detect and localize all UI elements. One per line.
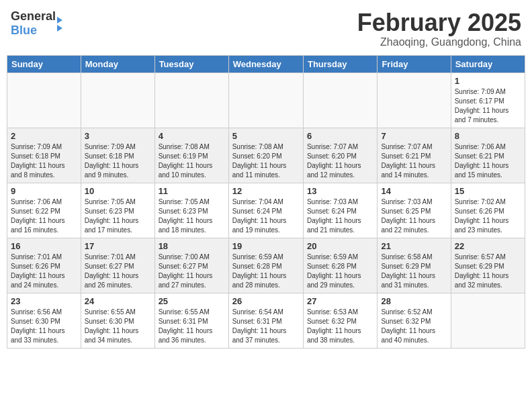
month-title: February 2025 (357, 9, 521, 36)
day-number: 17 (85, 241, 151, 251)
day-info: Sunrise: 7:00 AM Sunset: 6:27 PM Dayligh… (159, 253, 225, 290)
day-number: 11 (159, 186, 225, 196)
calendar-cell: 20Sunrise: 6:59 AM Sunset: 6:28 PM Dayli… (303, 238, 377, 293)
week-row-1: 1Sunrise: 7:09 AM Sunset: 6:17 PM Daylig… (7, 73, 525, 128)
calendar-cell: 24Sunrise: 6:55 AM Sunset: 6:30 PM Dayli… (81, 293, 154, 348)
day-number: 19 (232, 241, 300, 251)
day-info: Sunrise: 7:04 AM Sunset: 6:24 PM Dayligh… (232, 197, 300, 235)
day-number: 14 (381, 186, 447, 196)
day-info: Sunrise: 7:06 AM Sunset: 6:21 PM Dayligh… (455, 142, 521, 180)
day-number: 26 (232, 296, 300, 306)
calendar-cell: 13Sunrise: 7:03 AM Sunset: 6:24 PM Dayli… (303, 183, 377, 238)
day-info: Sunrise: 6:58 AM Sunset: 6:29 PM Dayligh… (381, 253, 447, 290)
day-number: 5 (232, 131, 300, 141)
day-info: Sunrise: 7:03 AM Sunset: 6:24 PM Dayligh… (307, 197, 373, 235)
calendar-cell: 28Sunrise: 6:52 AM Sunset: 6:32 PM Dayli… (378, 293, 451, 348)
day-info: Sunrise: 7:07 AM Sunset: 6:20 PM Dayligh… (307, 142, 373, 180)
day-number: 27 (307, 296, 373, 306)
day-number: 23 (11, 296, 77, 306)
day-info: Sunrise: 6:56 AM Sunset: 6:30 PM Dayligh… (11, 308, 77, 345)
calendar-cell: 18Sunrise: 7:00 AM Sunset: 6:27 PM Dayli… (154, 238, 228, 293)
calendar-cell: 8Sunrise: 7:06 AM Sunset: 6:21 PM Daylig… (451, 128, 525, 183)
day-info: Sunrise: 7:07 AM Sunset: 6:21 PM Dayligh… (381, 142, 447, 180)
calendar-cell (81, 73, 154, 128)
day-number: 2 (11, 131, 77, 141)
calendar-cell: 2Sunrise: 7:09 AM Sunset: 6:18 PM Daylig… (7, 128, 81, 183)
calendar-cell: 5Sunrise: 7:08 AM Sunset: 6:20 PM Daylig… (228, 128, 303, 183)
day-info: Sunrise: 7:09 AM Sunset: 6:18 PM Dayligh… (11, 142, 77, 180)
calendar-cell: 1Sunrise: 7:09 AM Sunset: 6:17 PM Daylig… (451, 73, 525, 128)
week-row-5: 23Sunrise: 6:56 AM Sunset: 6:30 PM Dayli… (7, 293, 525, 348)
day-number: 16 (11, 241, 77, 251)
day-number: 18 (159, 241, 225, 251)
calendar-cell (303, 73, 377, 128)
day-info: Sunrise: 6:55 AM Sunset: 6:31 PM Dayligh… (159, 308, 225, 345)
day-number: 7 (381, 131, 447, 141)
day-number: 12 (232, 186, 300, 196)
header-sunday: Sunday (7, 55, 81, 73)
calendar-cell: 4Sunrise: 7:08 AM Sunset: 6:19 PM Daylig… (154, 128, 228, 183)
logo: General Blue (11, 9, 62, 38)
calendar-cell: 17Sunrise: 7:01 AM Sunset: 6:27 PM Dayli… (81, 238, 154, 293)
day-info: Sunrise: 7:06 AM Sunset: 6:22 PM Dayligh… (11, 197, 77, 235)
calendar-cell: 11Sunrise: 7:05 AM Sunset: 6:23 PM Dayli… (154, 183, 228, 238)
calendar-header-row: SundayMondayTuesdayWednesdayThursdayFrid… (7, 55, 525, 73)
calendar-cell: 22Sunrise: 6:57 AM Sunset: 6:29 PM Dayli… (451, 238, 525, 293)
day-number: 22 (455, 241, 521, 251)
calendar: SundayMondayTuesdayWednesdayThursdayFrid… (7, 55, 525, 349)
calendar-cell: 25Sunrise: 6:55 AM Sunset: 6:31 PM Dayli… (154, 293, 228, 348)
day-info: Sunrise: 7:09 AM Sunset: 6:18 PM Dayligh… (85, 142, 151, 180)
calendar-cell: 7Sunrise: 7:07 AM Sunset: 6:21 PM Daylig… (378, 128, 451, 183)
calendar-cell: 9Sunrise: 7:06 AM Sunset: 6:22 PM Daylig… (7, 183, 81, 238)
calendar-cell (154, 73, 228, 128)
location-title: Zhaoqing, Guangdong, China (357, 36, 521, 48)
calendar-cell: 12Sunrise: 7:04 AM Sunset: 6:24 PM Dayli… (228, 183, 303, 238)
day-info: Sunrise: 7:08 AM Sunset: 6:20 PM Dayligh… (232, 142, 300, 180)
calendar-cell: 27Sunrise: 6:53 AM Sunset: 6:32 PM Dayli… (303, 293, 377, 348)
calendar-cell: 21Sunrise: 6:58 AM Sunset: 6:29 PM Dayli… (378, 238, 451, 293)
day-info: Sunrise: 7:05 AM Sunset: 6:23 PM Dayligh… (85, 197, 151, 235)
week-row-4: 16Sunrise: 7:01 AM Sunset: 6:26 PM Dayli… (7, 238, 525, 293)
calendar-cell (7, 73, 81, 128)
logo-blue: Blue (11, 24, 37, 37)
day-number: 3 (85, 131, 151, 141)
day-number: 8 (455, 131, 521, 141)
day-number: 25 (159, 296, 225, 306)
day-info: Sunrise: 6:53 AM Sunset: 6:32 PM Dayligh… (307, 308, 373, 345)
day-number: 28 (381, 296, 447, 306)
day-info: Sunrise: 6:54 AM Sunset: 6:31 PM Dayligh… (232, 308, 300, 345)
day-number: 24 (85, 296, 151, 306)
day-number: 1 (455, 76, 521, 86)
calendar-cell: 23Sunrise: 6:56 AM Sunset: 6:30 PM Dayli… (7, 293, 81, 348)
day-info: Sunrise: 7:03 AM Sunset: 6:25 PM Dayligh… (381, 197, 447, 235)
day-info: Sunrise: 7:01 AM Sunset: 6:27 PM Dayligh… (85, 253, 151, 290)
day-info: Sunrise: 6:55 AM Sunset: 6:30 PM Dayligh… (85, 308, 151, 345)
calendar-cell: 16Sunrise: 7:01 AM Sunset: 6:26 PM Dayli… (7, 238, 81, 293)
day-number: 4 (159, 131, 225, 141)
title-block: February 2025 Zhaoqing, Guangdong, China (357, 9, 521, 48)
header-thursday: Thursday (303, 55, 377, 73)
day-number: 6 (307, 131, 373, 141)
week-row-3: 9Sunrise: 7:06 AM Sunset: 6:22 PM Daylig… (7, 183, 525, 238)
day-number: 15 (455, 186, 521, 196)
header-saturday: Saturday (451, 55, 525, 73)
header-monday: Monday (81, 55, 154, 73)
header-wednesday: Wednesday (228, 55, 303, 73)
day-info: Sunrise: 6:52 AM Sunset: 6:32 PM Dayligh… (381, 308, 447, 345)
day-number: 9 (11, 186, 77, 196)
day-info: Sunrise: 7:09 AM Sunset: 6:17 PM Dayligh… (455, 87, 521, 125)
day-number: 21 (381, 241, 447, 251)
day-info: Sunrise: 7:08 AM Sunset: 6:19 PM Dayligh… (159, 142, 225, 180)
day-info: Sunrise: 7:05 AM Sunset: 6:23 PM Dayligh… (159, 197, 225, 235)
week-row-2: 2Sunrise: 7:09 AM Sunset: 6:18 PM Daylig… (7, 128, 525, 183)
logo-text: General Blue (11, 9, 56, 38)
calendar-cell: 6Sunrise: 7:07 AM Sunset: 6:20 PM Daylig… (303, 128, 377, 183)
day-info: Sunrise: 6:59 AM Sunset: 6:28 PM Dayligh… (232, 253, 300, 290)
calendar-cell (228, 73, 303, 128)
calendar-cell: 3Sunrise: 7:09 AM Sunset: 6:18 PM Daylig… (81, 128, 154, 183)
header-friday: Friday (378, 55, 451, 73)
day-number: 13 (307, 186, 373, 196)
calendar-cell: 14Sunrise: 7:03 AM Sunset: 6:25 PM Dayli… (378, 183, 451, 238)
day-number: 20 (307, 241, 373, 251)
logo-general: General (11, 9, 56, 23)
